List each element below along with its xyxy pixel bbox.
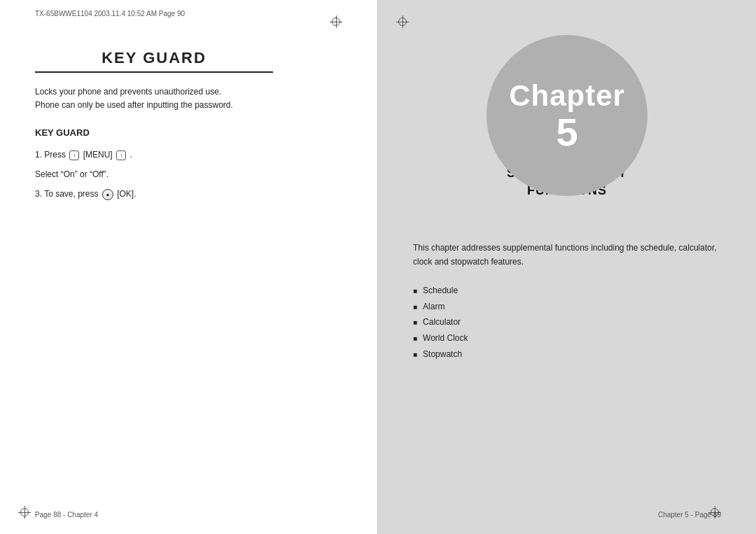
step-1: 1. Press ↑ [MENU] ↑ .: [35, 146, 342, 163]
page-title: Key Guard: [35, 49, 273, 73]
chapter-badge: Chapter 5: [486, 35, 648, 196]
feature-schedule: Schedule: [413, 283, 721, 299]
feature-alarm: Alarm: [413, 299, 721, 315]
intro-text: Locks your phone and prevents unauthoriz…: [35, 85, 342, 112]
header-meta: TX-65BWWE1104 2003.11.4 10:52 AM Page 90: [35, 10, 185, 17]
chapter-description: This chapter addresses supplemental func…: [413, 241, 721, 268]
step-2: Select “On” or “Off”.: [35, 166, 342, 183]
chapter-word: Chapter: [509, 79, 625, 113]
section-heading: KEY GUARD: [35, 127, 342, 138]
menu-icon-2: ↑: [116, 150, 126, 160]
menu-icon-1: ↑: [69, 150, 79, 160]
right-body: This chapter addresses supplemental func…: [413, 241, 721, 362]
feature-stopwatch: Stopwatch: [413, 346, 721, 363]
chapter-number: 5: [556, 113, 578, 152]
page-spread: TX-65BWWE1104 2003.11.4 10:52 AM Page 90…: [0, 0, 756, 534]
feature-list: Schedule Alarm Calculator World Clock St…: [413, 283, 721, 363]
ok-icon: ●: [102, 189, 113, 200]
feature-world-clock: World Clock: [413, 330, 721, 346]
crosshair-bottom-left: [18, 506, 31, 519]
steps-list: 1. Press ↑ [MENU] ↑ . Select “On” or “Of…: [35, 146, 342, 202]
crosshair-top-right: [330, 15, 342, 28]
crosshair-top-left: [396, 15, 409, 28]
right-footer: Chapter 5 - Page 89: [658, 511, 721, 519]
left-footer: Page 88 - Chapter 4: [35, 511, 98, 519]
right-page: Chapter 5 SUPPLEMENTARY FUNCTIONS This c…: [378, 0, 756, 534]
step-3: 3. To save, press ● [OK].: [35, 185, 342, 202]
left-page: TX-65BWWE1104 2003.11.4 10:52 AM Page 90…: [0, 0, 378, 534]
feature-calculator: Calculator: [413, 314, 721, 330]
